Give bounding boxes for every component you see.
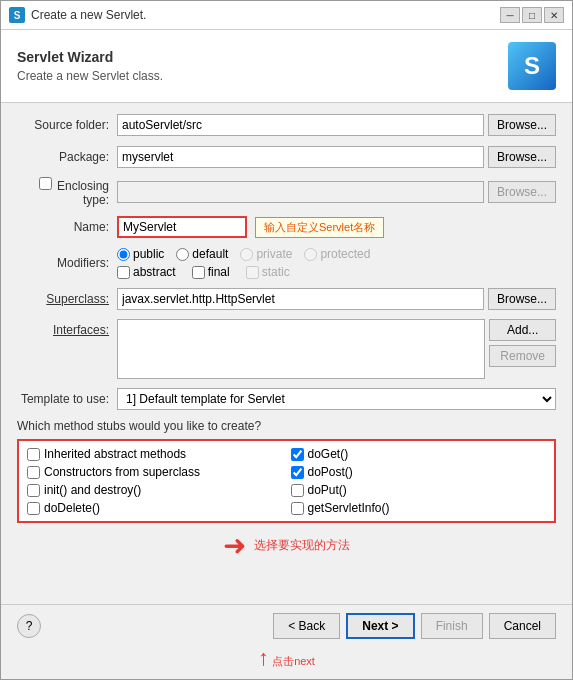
wizard-title: Servlet Wizard bbox=[17, 49, 163, 65]
stubs-section: Which method stubs would you like to cre… bbox=[17, 419, 556, 563]
package-input[interactable] bbox=[117, 146, 484, 168]
cb-abstract[interactable]: abstract bbox=[117, 265, 176, 279]
wizard-subtitle: Create a new Servlet class. bbox=[17, 69, 163, 83]
stub-getservletinfo[interactable]: getServletInfo() bbox=[291, 501, 547, 515]
source-folder-input[interactable] bbox=[117, 114, 484, 136]
cancel-button[interactable]: Cancel bbox=[489, 613, 556, 639]
radio-private[interactable]: private bbox=[240, 247, 292, 261]
title-bar: S Create a new Servlet. ─ □ ✕ bbox=[1, 1, 572, 30]
modifiers-row: Modifiers: public default private bbox=[17, 247, 556, 279]
superclass-browse-button[interactable]: Browse... bbox=[488, 288, 556, 310]
wizard-logo: S bbox=[508, 42, 556, 90]
form-body: Source folder: Browse... Package: Browse… bbox=[1, 103, 572, 604]
radio-protected[interactable]: protected bbox=[304, 247, 370, 261]
package-browse-button[interactable]: Browse... bbox=[488, 146, 556, 168]
radio-public[interactable]: public bbox=[117, 247, 164, 261]
back-button[interactable]: < Back bbox=[273, 613, 340, 639]
remove-interface-button[interactable]: Remove bbox=[489, 345, 556, 367]
source-folder-browse-button[interactable]: Browse... bbox=[488, 114, 556, 136]
footer: ? < Back Next > Finish Cancel ↑ 点击next bbox=[1, 604, 572, 679]
modifiers-label: Modifiers: bbox=[17, 256, 117, 270]
name-tooltip: 输入自定义Servlet名称 bbox=[255, 217, 384, 238]
superclass-row: Superclass: Browse... bbox=[17, 287, 556, 311]
cb-static[interactable]: static bbox=[246, 265, 290, 279]
name-label: Name: bbox=[17, 220, 117, 234]
template-row: Template to use: 1] Default template for… bbox=[17, 387, 556, 411]
add-interface-button[interactable]: Add... bbox=[489, 319, 556, 341]
stub-dopost[interactable]: doPost() bbox=[291, 465, 547, 479]
minimize-button[interactable]: ─ bbox=[500, 7, 520, 23]
stub-init-destroy[interactable]: init() and destroy() bbox=[27, 483, 283, 497]
name-row: Name: 输入自定义Servlet名称 bbox=[17, 215, 556, 239]
stub-doput[interactable]: doPut() bbox=[291, 483, 547, 497]
stub-doget[interactable]: doGet() bbox=[291, 447, 547, 461]
package-row: Package: Browse... bbox=[17, 145, 556, 169]
enclosing-type-row: Enclosing type: Browse... bbox=[17, 177, 556, 207]
enclosing-type-browse-button[interactable]: Browse... bbox=[488, 181, 556, 203]
enclosing-type-checkbox[interactable] bbox=[39, 177, 52, 190]
package-label: Package: bbox=[17, 150, 117, 164]
help-button[interactable]: ? bbox=[17, 614, 41, 638]
stubs-annotation-area: ➜ 选择要实现的方法 bbox=[17, 527, 556, 563]
template-label: Template to use: bbox=[17, 392, 117, 406]
name-input[interactable] bbox=[117, 216, 247, 238]
stubs-grid: Inherited abstract methods doGet() Const… bbox=[17, 439, 556, 523]
stub-constructors[interactable]: Constructors from superclass bbox=[27, 465, 283, 479]
window-title: Create a new Servlet. bbox=[31, 8, 146, 22]
source-folder-label: Source folder: bbox=[17, 118, 117, 132]
stubs-arrow-icon: ➜ bbox=[223, 529, 246, 562]
stubs-annotation-text: 选择要实现的方法 bbox=[254, 537, 350, 554]
app-icon: S bbox=[9, 7, 25, 23]
main-window: S Create a new Servlet. ─ □ ✕ Servlet Wi… bbox=[0, 0, 573, 680]
stub-dodelete[interactable]: doDelete() bbox=[27, 501, 283, 515]
interfaces-row: Interfaces: Add... Remove bbox=[17, 319, 556, 379]
stub-inherited-abstract[interactable]: Inherited abstract methods bbox=[27, 447, 283, 461]
source-folder-row: Source folder: Browse... bbox=[17, 113, 556, 137]
superclass-input[interactable] bbox=[117, 288, 484, 310]
enclosing-type-input[interactable] bbox=[117, 181, 484, 203]
footer-arrow-icon: ↑ bbox=[258, 645, 269, 670]
maximize-button[interactable]: □ bbox=[522, 7, 542, 23]
interfaces-label: Interfaces: bbox=[17, 319, 117, 337]
stubs-question: Which method stubs would you like to cre… bbox=[17, 419, 556, 433]
cb-final[interactable]: final bbox=[192, 265, 230, 279]
superclass-label: Superclass: bbox=[17, 292, 117, 306]
finish-button[interactable]: Finish bbox=[421, 613, 483, 639]
template-select[interactable]: 1] Default template for Servlet bbox=[117, 388, 556, 410]
next-button[interactable]: Next > bbox=[346, 613, 414, 639]
interfaces-input[interactable] bbox=[117, 319, 485, 379]
radio-default[interactable]: default bbox=[176, 247, 228, 261]
footer-annotation: ↑ 点击next bbox=[17, 645, 556, 671]
close-button[interactable]: ✕ bbox=[544, 7, 564, 23]
wizard-header: Servlet Wizard Create a new Servlet clas… bbox=[1, 30, 572, 103]
enclosing-type-label: Enclosing type: bbox=[17, 177, 117, 207]
